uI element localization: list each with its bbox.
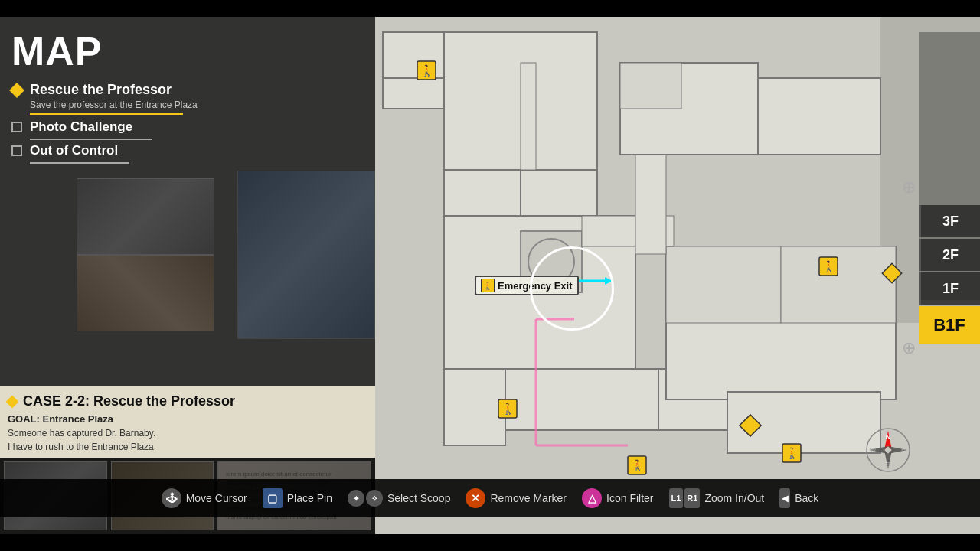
ctrl-btn-l1[interactable]: L1	[669, 488, 684, 508]
map-scroll-icon-bottom[interactable]: ⊕	[902, 338, 916, 358]
left-panel: MAP Rescue the Professor Save the profes…	[0, 17, 375, 534]
map-scroll-icon-top[interactable]: ⊕	[902, 178, 916, 197]
svg-rect-4	[383, 78, 444, 109]
ctrl-btn-move[interactable]: 🕹	[162, 488, 181, 508]
ctrl-btn-pin[interactable]: ▢	[263, 488, 283, 508]
svg-rect-8	[521, 63, 536, 170]
ctrl-btn-remove[interactable]: ✕	[466, 488, 485, 508]
compass: N S W E	[865, 427, 911, 473]
ctrl-back: ◀ Back	[779, 488, 818, 508]
quest-list: Rescue the Professor Save the professor …	[0, 78, 375, 171]
quest-underline-control	[30, 162, 129, 164]
ctrl-btn-back[interactable]: ◀	[779, 488, 790, 508]
quest-item-active[interactable]: Rescue the Professor	[11, 82, 364, 98]
quest-checkbox-photo	[11, 122, 22, 132]
case-goal: GOAL: Entrance Plaza	[8, 413, 364, 425]
case-diamond-icon	[6, 395, 19, 408]
svg-rect-20	[781, 246, 896, 323]
quest-underline	[30, 113, 183, 115]
quest-checkbox-control	[11, 145, 22, 156]
thumbnails-area	[0, 171, 375, 339]
ctrl-zoom: L1 R1 Zoom In/Out	[669, 488, 765, 508]
quest-name-control: Out of Control	[30, 143, 118, 158]
ctrl-btn-r1[interactable]: R1	[684, 488, 700, 508]
thumb-main	[237, 171, 375, 339]
ctrl-btn-scoop1[interactable]: ✦	[348, 490, 364, 507]
quest-item-photo[interactable]: Photo Challenge	[11, 119, 364, 135]
ctrl-label-scoop: Select Scoop	[387, 492, 451, 504]
cursor-circle	[530, 246, 614, 331]
case-title: CASE 2-2: Rescue the Professor	[8, 393, 364, 409]
case-desc-line2: I have to rush to the Entrance Plaza.	[8, 440, 364, 454]
ctrl-label-remove: Remove Marker	[490, 492, 567, 504]
svg-text:🚶: 🚶	[501, 403, 515, 416]
ctrl-btn-zoom-group: L1 R1	[669, 488, 701, 508]
quest-sublabel: Save the professor at the Entrance Plaza	[11, 99, 364, 110]
floor-b1f[interactable]: B1F	[919, 306, 980, 344]
quest-underline-photo	[30, 139, 152, 140]
quest-name-active: Rescue the Professor	[30, 82, 172, 98]
case-desc-line1: Someone has captured Dr. Barnaby.	[8, 426, 364, 440]
svg-text:S: S	[886, 461, 890, 468]
svg-text:W: W	[870, 446, 877, 454]
ctrl-btn-filter[interactable]: △	[582, 488, 602, 508]
svg-rect-10	[620, 63, 681, 109]
thumb-small-1	[77, 178, 214, 255]
svg-rect-19	[666, 246, 781, 323]
case-title-text: CASE 2-2: Rescue the Professor	[23, 393, 235, 409]
svg-text:E: E	[901, 446, 906, 454]
svg-rect-11	[758, 78, 880, 155]
ctrl-select-scoop: ✦ ✧ Select Scoop	[348, 490, 451, 507]
controls-bar: 🕹 Move Cursor ▢ Place Pin ✦ ✧ Select Sco…	[0, 479, 980, 517]
bottom-bar	[0, 534, 980, 551]
ctrl-btn-scoop-group: ✦ ✧	[348, 490, 383, 507]
svg-rect-15	[444, 369, 505, 445]
emergency-exit-icon: 🚶	[481, 279, 495, 292]
svg-rect-23	[635, 155, 666, 254]
quest-diamond-icon	[9, 83, 24, 98]
main-content: 🚶 🚶 🚶 🚶 🚶 🚶	[0, 17, 980, 534]
quest-item-control[interactable]: Out of Control	[11, 143, 364, 158]
svg-text:🚶: 🚶	[631, 459, 645, 472]
svg-text:🚶: 🚶	[786, 447, 799, 460]
ctrl-label-pin: Place Pin	[287, 492, 332, 504]
map-title: MAP	[0, 17, 375, 78]
case-box: CASE 2-2: Rescue the Professor GOAL: Ent…	[0, 386, 375, 458]
top-bar	[0, 0, 980, 17]
floor-3f[interactable]: 3F	[919, 205, 980, 237]
ctrl-btn-scoop2[interactable]: ✧	[366, 490, 383, 507]
floor-1f[interactable]: 1F	[919, 272, 980, 305]
svg-rect-16	[505, 369, 658, 430]
svg-text:🚶: 🚶	[822, 260, 836, 273]
ctrl-label-filter: Icon Filter	[606, 492, 653, 504]
floor-selector: 3F 2F 1F B1F	[919, 205, 980, 346]
quest-name-photo: Photo Challenge	[30, 119, 132, 135]
floor-2f[interactable]: 2F	[919, 239, 980, 271]
ctrl-label-move: Move Cursor	[186, 492, 247, 504]
ctrl-label-zoom: Zoom In/Out	[704, 492, 764, 504]
svg-text:🚶: 🚶	[420, 64, 434, 77]
ctrl-icon-filter: △ Icon Filter	[582, 488, 653, 508]
ctrl-place-pin: ▢ Place Pin	[263, 488, 332, 508]
ctrl-remove-marker: ✕ Remove Marker	[466, 488, 567, 508]
svg-text:N: N	[886, 433, 891, 441]
ctrl-move-cursor: 🕹 Move Cursor	[162, 488, 247, 508]
ctrl-label-back: Back	[795, 492, 818, 504]
thumb-small-2	[77, 255, 214, 331]
